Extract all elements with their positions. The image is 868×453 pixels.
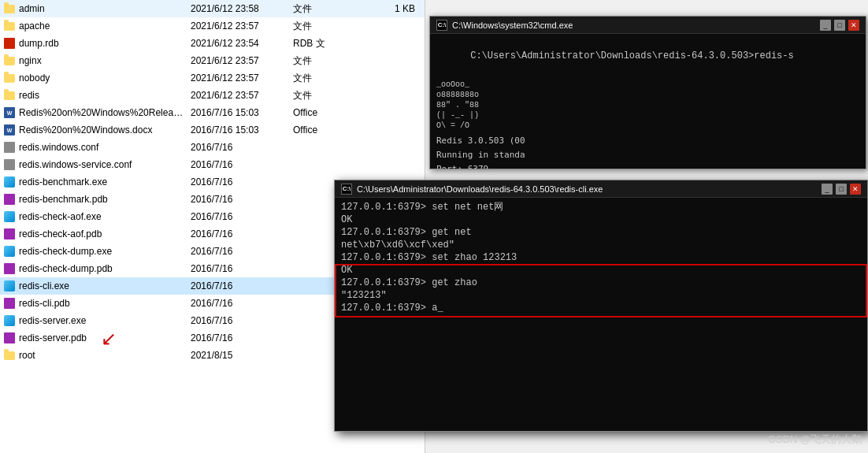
cmd-icon-1: C:\ — [436, 20, 447, 31]
minimize-btn-2[interactable]: _ — [822, 184, 833, 195]
cmd-body-1: C:\Users\Administrator\Downloads\redis-6… — [430, 34, 866, 169]
file-date: 2016/7/16 — [184, 211, 287, 222]
file-type: Office — [287, 124, 334, 136]
file-icon — [3, 332, 16, 344]
file-type: 文件 — [287, 54, 334, 68]
cmd-line: 127.0.0.1:6379> set zhao 123213 — [341, 251, 861, 264]
file-date: 2016/7/16 — [184, 332, 287, 343]
file-name: Redis%20on%20Windows.docx — [19, 124, 184, 136]
cmd-line: 127.0.0.1:6379> set net net网 — [341, 201, 861, 214]
file-date: 2016/7/16 — [184, 159, 287, 170]
file-row[interactable]: W Redis%20on%20Windows.docx 2016/7/16 15… — [0, 121, 425, 139]
file-name: admin — [19, 3, 184, 14]
file-date: 2021/6/12 23:54 — [184, 38, 287, 49]
cmd-line: OK — [341, 264, 861, 277]
file-name: redis-benchmark.exe — [19, 176, 184, 188]
file-type: RDB 文 — [287, 37, 334, 50]
file-name: redis-server.exe — [19, 315, 184, 326]
file-icon — [3, 210, 16, 223]
file-type: Office — [287, 107, 334, 118]
cmd-title-1: C:\Windows\system32\cmd.exe — [452, 20, 820, 30]
file-date: 2016/7/16 — [184, 194, 287, 205]
file-icon — [3, 349, 16, 362]
file-type: 文件 — [287, 20, 334, 33]
file-row[interactable]: W Redis%20on%20Windows%20Releas... 2016/… — [0, 104, 425, 121]
file-name: redis-cli.exe — [19, 280, 184, 291]
redis-version: Redis 3.0.503 (00 — [436, 136, 525, 146]
file-type: 文件 — [287, 2, 334, 16]
file-date: 2016/7/16 15:03 — [184, 107, 287, 118]
cmd-line: OK — [341, 214, 861, 226]
file-name: redis-cli.pdb — [19, 298, 184, 309]
file-date: 2016/7/16 — [184, 298, 287, 309]
file-icon — [3, 72, 16, 84]
file-date: 2016/7/16 — [184, 228, 287, 239]
file-date: 2016/7/16 — [184, 263, 287, 274]
file-icon — [3, 2, 16, 15]
file-name: redis.windows-service.conf — [19, 159, 184, 170]
file-icon: W — [3, 124, 16, 136]
cmd-icon-2: C:\ — [341, 184, 352, 195]
file-name: Redis%20on%20Windows%20Releas... — [19, 107, 184, 118]
file-row[interactable]: apache 2021/6/12 23:57 文件 — [0, 17, 425, 35]
file-icon — [3, 89, 16, 102]
file-name: redis-check-aof.exe — [19, 211, 184, 222]
file-date: 2016/7/16 — [184, 246, 287, 257]
file-row[interactable]: redis 2021/6/12 23:57 文件 — [0, 87, 425, 104]
file-icon — [3, 280, 16, 292]
cmd-controls-1: _ □ ✕ — [820, 20, 859, 31]
cmd-window-1[interactable]: C:\ C:\Windows\system32\cmd.exe _ □ ✕ C:… — [429, 16, 866, 169]
cmd-line: "123213" — [341, 289, 861, 302]
cmd-titlebar-2: C:\ C:\Users\Administrator\Downloads\red… — [335, 180, 867, 198]
file-icon — [3, 193, 16, 206]
file-row[interactable]: admin 2021/6/12 23:58 文件 1 KB — [0, 0, 425, 17]
file-size: 1 KB — [334, 3, 421, 14]
running-info: Running in standa — [436, 150, 525, 160]
file-row[interactable]: nobody 2021/6/12 23:57 文件 — [0, 69, 425, 87]
maximize-btn-2[interactable]: □ — [836, 184, 847, 195]
file-date: 2016/7/16 — [184, 176, 287, 188]
file-date: 2016/7/16 — [184, 142, 287, 153]
file-date: 2016/7/16 — [184, 280, 287, 291]
file-date: 2021/6/12 23:57 — [184, 20, 287, 32]
close-btn-2[interactable]: ✕ — [850, 184, 861, 195]
cmd-line: 127.0.0.1:6379> get zhao — [341, 277, 861, 289]
cmd-line: 127.0.0.1:6379> a_ — [341, 302, 861, 314]
file-date: 2021/6/12 23:58 — [184, 3, 287, 14]
file-name: redis-check-dump.pdb — [19, 263, 184, 274]
file-icon — [3, 297, 16, 310]
file-icon — [3, 262, 16, 275]
file-date: 2021/6/12 23:57 — [184, 72, 287, 84]
cmd-title-2: C:\Users\Administrator\Downloads\redis-6… — [357, 184, 822, 194]
file-name: redis.windows.conf — [19, 142, 184, 153]
redis-ascii-art: _ooOoo_ o8888888o 88" . "88 (| -_- |) O\… — [436, 80, 859, 131]
close-btn-1[interactable]: ✕ — [848, 20, 859, 31]
file-icon — [3, 54, 16, 67]
file-row[interactable]: nginx 2021/6/12 23:57 文件 — [0, 52, 425, 69]
minimize-btn-1[interactable]: _ — [820, 20, 831, 31]
file-icon — [3, 158, 16, 171]
file-row[interactable]: dump.rdb 2021/6/12 23:54 RDB 文 — [0, 35, 425, 52]
maximize-btn-1[interactable]: □ — [834, 20, 845, 31]
file-icon — [3, 228, 16, 240]
file-row[interactable]: redis.windows.conf 2016/7/16 — [0, 139, 425, 156]
file-date: 2021/6/12 23:57 — [184, 90, 287, 101]
file-icon — [3, 176, 16, 188]
cmd-path-1: C:\Users\Administrator\Downloads\redis-6… — [436, 37, 859, 75]
cmd-window-2[interactable]: C:\ C:\Users\Administrator\Downloads\red… — [334, 180, 868, 432]
file-name: redis-check-dump.exe — [19, 246, 184, 257]
file-icon: W — [3, 106, 16, 119]
file-date: 2021/8/15 — [184, 350, 287, 361]
file-name: root — [19, 350, 184, 361]
file-row[interactable]: redis.windows-service.conf 2016/7/16 — [0, 156, 425, 173]
cmd-titlebar-1: C:\ C:\Windows\system32\cmd.exe _ □ ✕ — [430, 17, 866, 34]
file-icon — [3, 37, 16, 50]
file-name: dump.rdb — [19, 38, 184, 49]
file-icon — [3, 20, 16, 32]
file-name: redis-benchmark.pdb — [19, 194, 184, 205]
csdn-watermark: CSDN @飞天的大鹅 — [768, 433, 862, 447]
file-date: 2016/7/16 — [184, 315, 287, 326]
file-name: nginx — [19, 55, 184, 66]
file-icon — [3, 141, 16, 154]
cmd-line: 127.0.0.1:6379> get net — [341, 226, 861, 239]
